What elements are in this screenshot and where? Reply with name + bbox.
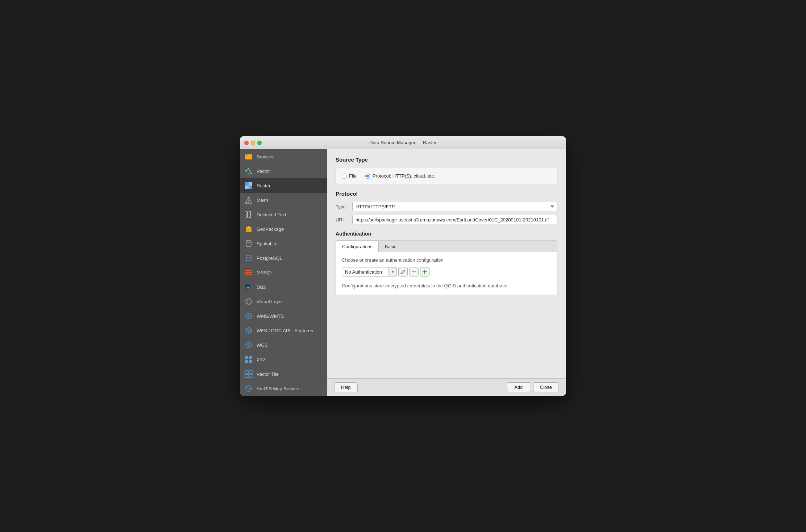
- svg-point-26: [246, 299, 252, 304]
- radio-file[interactable]: File: [342, 173, 357, 179]
- type-label: Type: [336, 204, 349, 209]
- postgresql-icon: [244, 254, 253, 262]
- add-auth-button[interactable]: [420, 267, 429, 277]
- sidebar: Browser + Vector Ras: [240, 149, 327, 396]
- geopackage-icon: [244, 225, 253, 233]
- sidebar-item-vector-label: Vector: [257, 169, 270, 174]
- content-area: Source Type File Protocol: HTTP(S), clou…: [327, 149, 566, 378]
- sidebar-item-arcgis-label: ArcGIS Map Service: [257, 386, 299, 391]
- svg-rect-44: [249, 374, 252, 378]
- auth-dropdown-arrow[interactable]: ▼: [389, 267, 397, 277]
- minimize-button[interactable]: [251, 141, 255, 145]
- xyz-icon: [244, 355, 253, 364]
- sidebar-item-raster[interactable]: Raster: [240, 178, 327, 193]
- radio-protocol[interactable]: Protocol: HTTP(S), cloud, etc.: [365, 173, 435, 179]
- type-row: Type HTTP/HTTPS/FTP: [336, 202, 557, 211]
- footer: Help Add Close: [327, 378, 566, 396]
- protocol-section: Type HTTP/HTTPS/FTP URI: [336, 202, 557, 224]
- sidebar-item-arcgis[interactable]: ArcGIS Map Service: [240, 381, 327, 396]
- sidebar-item-delimited-text[interactable]: Delimited Text: [240, 207, 327, 222]
- svg-rect-51: [424, 270, 425, 274]
- traffic-lights: [244, 141, 262, 145]
- main-window: Data Source Manager — Raster Browser + V…: [240, 136, 566, 396]
- footer-left: Help: [334, 382, 358, 392]
- svg-rect-21: [245, 270, 252, 271]
- protocol-title: Protocol: [336, 191, 557, 197]
- sidebar-item-browser[interactable]: Browser: [240, 149, 327, 164]
- raster-icon: [244, 181, 253, 190]
- sidebar-item-db2[interactable]: DB DB2: [240, 280, 327, 294]
- mssql-icon: [244, 268, 253, 277]
- virtual-layer-icon: [244, 297, 253, 306]
- uri-label: URI: [336, 217, 349, 223]
- close-button[interactable]: Close: [533, 382, 559, 392]
- titlebar: Data Source Manager — Raster: [240, 136, 566, 149]
- maximize-button[interactable]: [257, 141, 262, 145]
- sidebar-item-virtual-layer[interactable]: Virtual Layer: [240, 294, 327, 309]
- svg-rect-49: [412, 271, 416, 272]
- window-title: Data Source Manager — Raster: [369, 140, 437, 145]
- sidebar-item-mesh[interactable]: Mesh: [240, 193, 327, 207]
- uri-input[interactable]: [352, 215, 557, 224]
- svg-rect-1: [245, 154, 248, 156]
- tab-basic[interactable]: Basic: [379, 241, 403, 252]
- sidebar-item-browser-label: Browser: [257, 154, 274, 159]
- svg-rect-43: [245, 374, 248, 378]
- sidebar-item-xyz[interactable]: XYZ: [240, 352, 327, 367]
- tab-configurations-content: Choose or create an authentication confi…: [336, 252, 557, 295]
- close-button[interactable]: [244, 141, 249, 145]
- remove-auth-button[interactable]: [409, 267, 419, 277]
- svg-rect-9: [245, 182, 249, 186]
- wfs-icon: [244, 326, 253, 335]
- arcgis-icon: [244, 384, 253, 393]
- svg-rect-22: [245, 272, 252, 273]
- svg-rect-39: [245, 360, 248, 363]
- svg-rect-41: [245, 370, 248, 374]
- sidebar-item-vector-tile[interactable]: Vector Tile: [240, 367, 327, 381]
- delimited-text-icon: [244, 210, 253, 219]
- source-type-title: Source Type: [336, 157, 557, 163]
- sidebar-item-vector[interactable]: + Vector: [240, 164, 327, 178]
- svg-rect-16: [246, 228, 252, 232]
- edit-auth-button[interactable]: [398, 267, 408, 277]
- auth-dropdown[interactable]: No Authentication: [342, 267, 389, 277]
- type-select[interactable]: HTTP/HTTPS/FTP: [352, 202, 557, 211]
- svg-point-19: [246, 255, 251, 258]
- sidebar-item-wcs[interactable]: WCS: [240, 338, 327, 352]
- sidebar-item-mssql-label: MSSQL: [257, 270, 273, 275]
- sidebar-item-wms-wmts[interactable]: WMS/WMTS: [240, 309, 327, 323]
- svg-rect-12: [249, 186, 252, 189]
- svg-rect-40: [249, 360, 252, 363]
- sidebar-item-spatialite-label: SpatiaLite: [257, 241, 278, 246]
- sidebar-item-spatialite[interactable]: SpatiaLite: [240, 236, 327, 251]
- main-content: Source Type File Protocol: HTTP(S), clou…: [327, 149, 566, 396]
- source-type-box: File Protocol: HTTP(S), cloud, etc.: [336, 168, 557, 184]
- svg-rect-11: [245, 186, 249, 189]
- tab-configurations[interactable]: Configurations: [336, 241, 379, 252]
- sidebar-item-wfs[interactable]: WFS / OGC API - Features: [240, 323, 327, 338]
- sidebar-item-geopackage-label: GeoPackage: [257, 226, 284, 232]
- spatialite-icon: [244, 239, 253, 248]
- sidebar-item-mssql[interactable]: MSSQL: [240, 265, 327, 280]
- sidebar-item-db2-label: DB2: [257, 284, 266, 290]
- vector-icon: +: [244, 167, 253, 175]
- wms-icon: [244, 312, 253, 320]
- source-type-radio-group: File Protocol: HTTP(S), cloud, etc.: [342, 173, 551, 179]
- sidebar-item-geopackage[interactable]: GeoPackage: [240, 222, 327, 236]
- sidebar-item-postgresql[interactable]: PostgreSQL: [240, 251, 327, 265]
- svg-text:DB: DB: [245, 286, 250, 289]
- help-button[interactable]: Help: [334, 382, 358, 392]
- svg-text:+: +: [248, 173, 249, 175]
- authentication-section: Configurations Basic Choose or create an…: [336, 240, 557, 295]
- add-button[interactable]: Add: [507, 382, 530, 392]
- svg-line-5: [246, 169, 249, 171]
- svg-line-46: [403, 270, 404, 271]
- uri-row: URI: [336, 215, 557, 224]
- sidebar-item-postgresql-label: PostgreSQL: [257, 255, 282, 261]
- auth-config-desc: Choose or create an authentication confi…: [342, 257, 551, 263]
- sidebar-item-wms-label: WMS/WMTS: [257, 313, 284, 319]
- sidebar-item-wcs-label: WCS: [257, 342, 267, 348]
- auth-dropdown-wrap: No Authentication ▼: [342, 267, 397, 277]
- auth-controls: No Authentication ▼: [342, 267, 551, 277]
- radio-file-label: File: [349, 173, 357, 179]
